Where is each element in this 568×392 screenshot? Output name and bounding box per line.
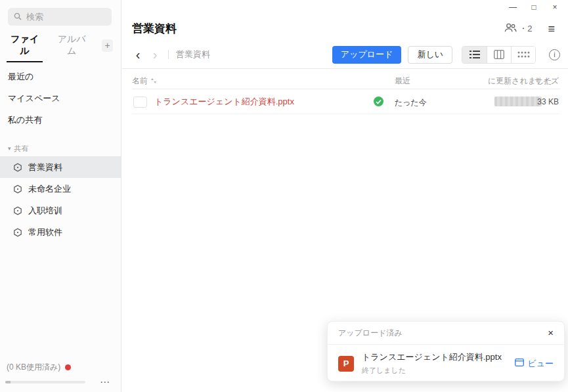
toolbar-divider-line bbox=[122, 68, 568, 69]
sidebar-item-label: 最近の bbox=[8, 71, 33, 83]
table-row[interactable]: トランスエージェント紹介資料.pptx たった今 33 KB bbox=[132, 90, 560, 114]
toast-header: アップロード済み × bbox=[328, 322, 564, 345]
view-switcher bbox=[462, 46, 536, 64]
search-box bbox=[8, 8, 112, 26]
search-input[interactable] bbox=[26, 12, 106, 22]
page-header: 営業資料 ・2 ≡ bbox=[132, 20, 555, 37]
sidebar-item-label: 未命名企业 bbox=[28, 183, 71, 195]
sidebar-item-common-software[interactable]: 常用软件 bbox=[0, 221, 121, 243]
sidebar-item-sales-docs[interactable]: 営業資料 bbox=[0, 156, 121, 178]
shared-space-icon bbox=[13, 185, 22, 194]
cell-size: 33 KB bbox=[537, 97, 559, 106]
sidebar-item-my-shares[interactable]: 私の共有 bbox=[0, 109, 121, 131]
sync-success-icon bbox=[374, 97, 383, 106]
hamburger-menu-icon[interactable]: ≡ bbox=[548, 24, 555, 34]
row-checkbox[interactable] bbox=[133, 97, 147, 108]
search-icon bbox=[14, 11, 22, 23]
view-file-button[interactable]: ビュー bbox=[515, 358, 554, 370]
preview-icon bbox=[515, 359, 524, 368]
shared-section-label: 共有 bbox=[14, 144, 29, 154]
grid-view-icon[interactable] bbox=[511, 47, 535, 63]
close-icon[interactable]: × bbox=[544, 0, 565, 14]
sidebar-item-myspace[interactable]: マイスペース bbox=[0, 87, 121, 109]
sidebar-item-onboarding[interactable]: 入职培训 bbox=[0, 200, 121, 221]
sidebar: ファイル アルバム + 最近の マイスペース 私の共有 ▾ 共有 bbox=[0, 0, 121, 392]
sort-icon bbox=[150, 77, 157, 86]
sidebar-item-label: 私の共有 bbox=[8, 114, 42, 126]
tab-albums[interactable]: アルバム bbox=[55, 33, 88, 57]
sidebar-nav: 最近の マイスペース 私の共有 ▾ 共有 営業資料 bbox=[0, 66, 121, 243]
page-title: 営業資料 bbox=[132, 21, 177, 36]
column-header-name[interactable]: 名前 bbox=[132, 76, 157, 87]
minimize-icon[interactable]: — bbox=[502, 0, 523, 14]
cell-updated-redacted bbox=[494, 97, 542, 106]
column-header-size[interactable]: サイズ bbox=[535, 76, 559, 87]
forward-icon[interactable]: › bbox=[149, 48, 161, 61]
sidebar-item-label: 常用软件 bbox=[28, 227, 62, 238]
shared-section-header[interactable]: ▾ 共有 bbox=[0, 141, 121, 156]
close-icon[interactable]: × bbox=[548, 328, 554, 338]
storage-progress-bar bbox=[5, 381, 85, 383]
members-count: ・2 bbox=[519, 23, 532, 35]
sidebar-item-unnamed-company[interactable]: 未命名企业 bbox=[0, 178, 121, 200]
view-file-label: ビュー bbox=[527, 358, 554, 370]
more-options-icon[interactable]: ⋯ bbox=[100, 379, 116, 385]
column-view-icon[interactable] bbox=[487, 47, 511, 63]
table-header: 名前 最近 に更新されました サイズ bbox=[132, 73, 560, 89]
breadcrumb[interactable]: 営業資料 bbox=[176, 49, 210, 60]
shared-space-icon bbox=[13, 206, 22, 215]
sidebar-item-label: マイスペース bbox=[8, 93, 60, 104]
sidebar-item-label: 営業資料 bbox=[28, 162, 62, 173]
powerpoint-file-icon: P bbox=[338, 356, 354, 372]
toast-file-status: 終了しました bbox=[362, 366, 502, 376]
tab-files[interactable]: ファイル bbox=[8, 33, 41, 57]
info-icon[interactable]: i bbox=[549, 49, 560, 60]
window-controls: — □ × bbox=[502, 0, 565, 14]
new-button[interactable]: 新しい bbox=[408, 46, 452, 64]
add-tab-button[interactable]: + bbox=[102, 39, 113, 52]
members-button[interactable]: ・2 bbox=[504, 22, 532, 35]
toolbar-divider bbox=[168, 50, 169, 59]
upload-button[interactable]: アップロード bbox=[332, 46, 402, 64]
cell-recent: たった今 bbox=[395, 97, 427, 108]
toast-title: アップロード済み bbox=[338, 328, 403, 339]
maximize-icon[interactable]: □ bbox=[523, 0, 544, 14]
status-dot bbox=[65, 364, 71, 370]
storage-panel: (0 KB使用済み) ⋯ bbox=[5, 362, 116, 385]
column-label: 名前 bbox=[132, 76, 148, 87]
sidebar-item-label: 入职培训 bbox=[28, 205, 62, 217]
shared-space-icon bbox=[13, 228, 22, 237]
people-icon bbox=[504, 22, 517, 35]
back-icon[interactable]: ‹ bbox=[132, 48, 144, 61]
upload-toast: アップロード済み × P トランスエージェント紹介資料.pptx 終了しました … bbox=[327, 321, 565, 381]
sidebar-tabs: ファイル アルバム + bbox=[8, 38, 113, 53]
shared-space-icon bbox=[13, 163, 22, 172]
chevron-down-icon: ▾ bbox=[8, 145, 11, 152]
sidebar-item-recent[interactable]: 最近の bbox=[0, 66, 121, 87]
toolbar: ‹ › 営業資料 アップロード 新しい bbox=[132, 45, 560, 64]
storage-usage-label: (0 KB使用済み) bbox=[7, 362, 60, 373]
list-view-icon[interactable] bbox=[462, 47, 487, 63]
app-window: — □ × ファイル アルバム + 最近の マイスペース bbox=[0, 0, 568, 392]
file-name[interactable]: トランスエージェント紹介資料.pptx bbox=[154, 96, 294, 108]
column-header-recent[interactable]: 最近 bbox=[395, 76, 410, 87]
toast-file-row: P トランスエージェント紹介資料.pptx 終了しました ビュー bbox=[328, 345, 564, 382]
toast-file-name: トランスエージェント紹介資料.pptx bbox=[362, 351, 502, 363]
